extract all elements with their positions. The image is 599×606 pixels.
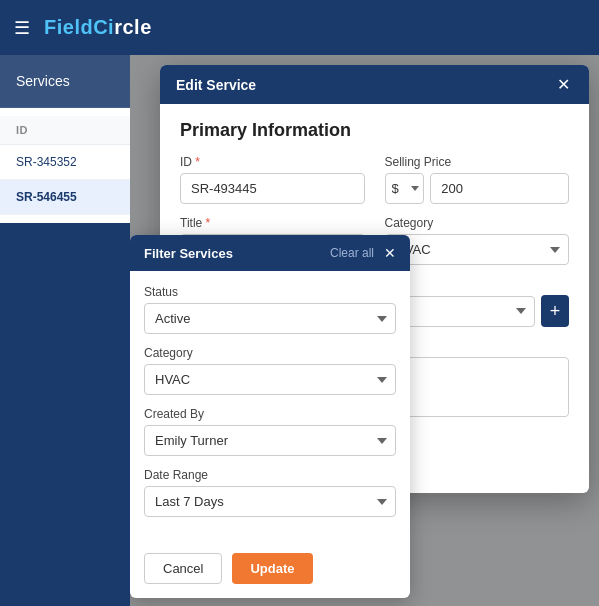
status-filter-group: Status Active [144,285,396,334]
created-by-filter-group: Created By Emily Turner [144,407,396,456]
filter-panel: Filter Services Clear all ✕ Status Activ… [130,235,410,598]
clear-all-button[interactable]: Clear all [330,246,374,260]
date-range-filter-select[interactable]: Last 7 Days [144,486,396,517]
category-filter-label: Category [144,346,396,360]
category-filter-select[interactable]: HVAC [144,364,396,395]
date-range-filter-label: Date Range [144,468,396,482]
list-item[interactable]: SR-345352 [0,145,130,180]
category-group: Category HVAC [385,216,570,265]
status-filter-select[interactable]: Active [144,303,396,334]
price-input-group: $ [385,173,570,204]
filter-title: Filter Services [144,246,233,261]
page-area: Edit Service ✕ Primary Information ID * [130,55,599,606]
app-logo: FieldCircle [44,16,152,39]
sidebar-list: ID SR-345352 SR-546455 [0,108,130,223]
add-tag-button[interactable]: + [541,295,569,327]
hamburger-icon[interactable]: ☰ [12,17,32,39]
currency-select[interactable]: $ [385,173,425,204]
top-bar: ☰ FieldCircle [0,0,599,55]
id-group: ID * [180,155,365,204]
id-price-row: ID * Selling Price $ [180,155,569,204]
selling-price-label: Selling Price [385,155,570,169]
modal-close-button[interactable]: ✕ [553,75,573,94]
price-input[interactable] [430,173,569,204]
selling-price-group: Selling Price $ [385,155,570,204]
primary-info-heading: Primary Information [180,120,569,141]
filter-header: Filter Services Clear all ✕ [130,235,410,271]
sidebar-list-header: ID [0,116,130,145]
modal-title: Edit Service [176,77,256,93]
id-input[interactable] [180,173,365,204]
category-filter-group: Category HVAC [144,346,396,395]
sidebar: Services ID SR-345352 SR-546455 [0,55,130,606]
sidebar-nav-services[interactable]: Services [0,55,130,108]
filter-header-actions: Clear all ✕ [330,245,396,261]
id-label: ID * [180,155,365,169]
created-by-filter-select[interactable]: Emily Turner [144,425,396,456]
category-label: Category [385,216,570,230]
list-item[interactable]: SR-546455 [0,180,130,215]
filter-body: Status Active Category HVAC Created By [130,271,410,543]
category-select[interactable]: HVAC [385,234,570,265]
filter-footer: Cancel Update [130,543,410,598]
status-filter-label: Status [144,285,396,299]
filter-cancel-button[interactable]: Cancel [144,553,222,584]
modal-header: Edit Service ✕ [160,65,589,104]
date-range-filter-group: Date Range Last 7 Days [144,468,396,517]
created-by-filter-label: Created By [144,407,396,421]
filter-update-button[interactable]: Update [232,553,312,584]
filter-close-button[interactable]: ✕ [384,245,396,261]
title-label: Title * [180,216,365,230]
